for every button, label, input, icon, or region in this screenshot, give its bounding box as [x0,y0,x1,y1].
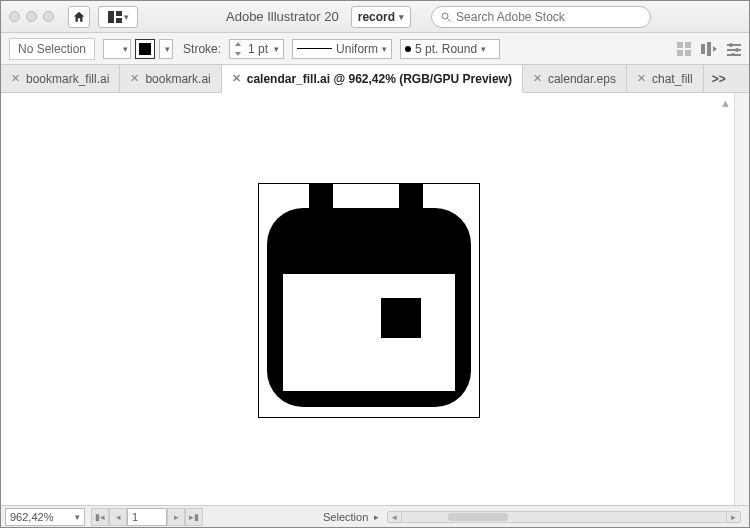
home-button[interactable] [68,6,90,28]
svg-rect-2 [116,18,122,23]
svg-line-4 [448,18,451,21]
close-icon[interactable]: ✕ [637,72,646,85]
calendar-window [283,274,455,391]
selection-status: No Selection [9,38,95,60]
horizontal-scrollbar-thumb[interactable] [448,513,508,521]
svg-rect-0 [108,11,114,23]
close-icon[interactable]: ✕ [130,72,139,85]
calendar-fill-artwork [259,184,479,417]
svg-rect-7 [677,50,683,56]
svg-rect-6 [685,42,691,48]
preferences-icon[interactable] [727,42,741,56]
search-field-wrap[interactable] [431,6,651,28]
document-tabs: ✕ bookmark_fill.ai ✕ bookmark.ai ✕ calen… [1,65,749,93]
chevron-down-icon: ▾ [481,44,486,54]
stroke-weight-input[interactable]: 1 pt ▾ [229,39,284,59]
zoom-window-icon[interactable] [43,11,54,22]
artboard-navigation: ▮◂ ◂ 1 ▸ ▸▮ [91,508,203,526]
vertical-scrollbar-thumb[interactable] [737,293,747,319]
svg-point-15 [735,48,739,52]
svg-rect-9 [701,44,705,54]
stroke-label: Stroke: [183,42,221,56]
close-icon[interactable]: ✕ [11,72,20,85]
brush-label: 5 pt. Round [415,42,477,56]
round-brush-icon [405,46,411,52]
svg-point-3 [442,13,448,19]
stroke-swatch-dropdown[interactable]: ▾ [159,39,173,59]
stroke-profile-dropdown[interactable]: Uniform ▾ [292,39,392,59]
tab-bookmark[interactable]: ✕ bookmark.ai [120,65,221,92]
tab-bookmark-fill[interactable]: ✕ bookmark_fill.ai [1,65,120,92]
scroll-right-button[interactable]: ▸ [726,512,740,522]
artboard-number-input[interactable]: 1 [127,508,167,526]
tab-calendar-fill[interactable]: ✕ calendar_fill.ai @ 962,42% (RGB/GPU Pr… [222,65,523,93]
fill-swatch-group: ▾ ▾ [103,39,173,59]
app-window: ▾ Adobe Illustrator 20 record ▾ No Selec… [0,0,750,528]
status-menu-icon[interactable]: ▸ [374,512,379,522]
calendar-date-marker [381,298,421,338]
arrange-documents-button[interactable]: ▾ [98,6,138,28]
brush-definition-dropdown[interactable]: 5 pt. Round ▾ [400,39,500,59]
horizontal-scrollbar[interactable]: ◂ ▸ [387,511,741,523]
next-artboard-button[interactable]: ▸ [167,508,185,526]
svg-rect-5 [677,42,683,48]
zoom-value: 962,42% [10,511,53,523]
align-icon[interactable] [701,42,717,56]
fill-swatch-dropdown[interactable]: ▾ [103,39,131,59]
svg-rect-10 [707,42,711,56]
svg-point-16 [731,53,735,56]
tab-calendar-eps[interactable]: ✕ calendar.eps [523,65,627,92]
close-window-icon[interactable] [9,11,20,22]
layout-icon [108,11,122,23]
svg-point-14 [729,43,733,47]
tab-chat-fill[interactable]: ✕ chat_fill [627,65,704,92]
titlebar: ▾ Adobe Illustrator 20 record ▾ [1,1,749,33]
tab-label: calendar.eps [548,72,616,86]
grid-icon[interactable] [677,42,691,56]
stock-search [431,6,651,28]
tab-label: chat_fill [652,72,693,86]
control-bar-right [677,42,741,56]
collapse-panels-icon[interactable]: ▲ [720,97,731,109]
svg-rect-8 [685,50,691,56]
stroke-weight-value: 1 pt [248,42,268,56]
close-icon[interactable]: ✕ [232,72,241,85]
canvas-area[interactable]: ▲ [1,93,749,505]
window-controls [9,11,54,22]
tab-label: calendar_fill.ai @ 962,42% (RGB/GPU Prev… [247,72,512,86]
chevron-down-icon: ▾ [124,12,129,22]
search-icon [440,11,452,23]
status-bar: 962,42% ▾ ▮◂ ◂ 1 ▸ ▸▮ Selection ▸ ◂ ▸ [1,505,749,527]
control-bar: No Selection ▾ ▾ Stroke: 1 pt ▾ Uniform … [1,33,749,65]
chevron-down-icon: ▾ [382,44,387,54]
scroll-left-button[interactable]: ◂ [388,512,402,522]
chevron-down-icon: ▾ [399,12,404,22]
home-icon [72,10,86,24]
chevron-down-icon: ▾ [165,44,170,54]
workspace-switcher[interactable]: record ▾ [351,6,411,28]
stroke-line-icon [297,48,332,49]
minimize-window-icon[interactable] [26,11,37,22]
svg-rect-1 [116,11,122,16]
search-input[interactable] [456,10,642,24]
stepper-icon [234,42,242,56]
tab-label: bookmark_fill.ai [26,72,109,86]
artboard[interactable] [258,183,480,418]
chevron-down-icon: ▾ [75,512,80,522]
stroke-profile-label: Uniform [336,42,378,56]
stroke-swatch[interactable] [135,39,155,59]
chevron-down-icon: ▾ [123,44,128,54]
app-title: Adobe Illustrator 20 [226,9,339,24]
zoom-level-input[interactable]: 962,42% ▾ [5,508,85,526]
tabs-overflow-button[interactable]: >> [704,65,734,92]
close-icon[interactable]: ✕ [533,72,542,85]
tab-label: bookmark.ai [145,72,210,86]
artboard-number: 1 [132,511,138,523]
chevron-down-icon: ▾ [274,44,279,54]
prev-artboard-button[interactable]: ◂ [109,508,127,526]
current-tool-label: Selection [323,511,368,523]
workspace-label: record [358,10,395,24]
first-artboard-button[interactable]: ▮◂ [91,508,109,526]
last-artboard-button[interactable]: ▸▮ [185,508,203,526]
